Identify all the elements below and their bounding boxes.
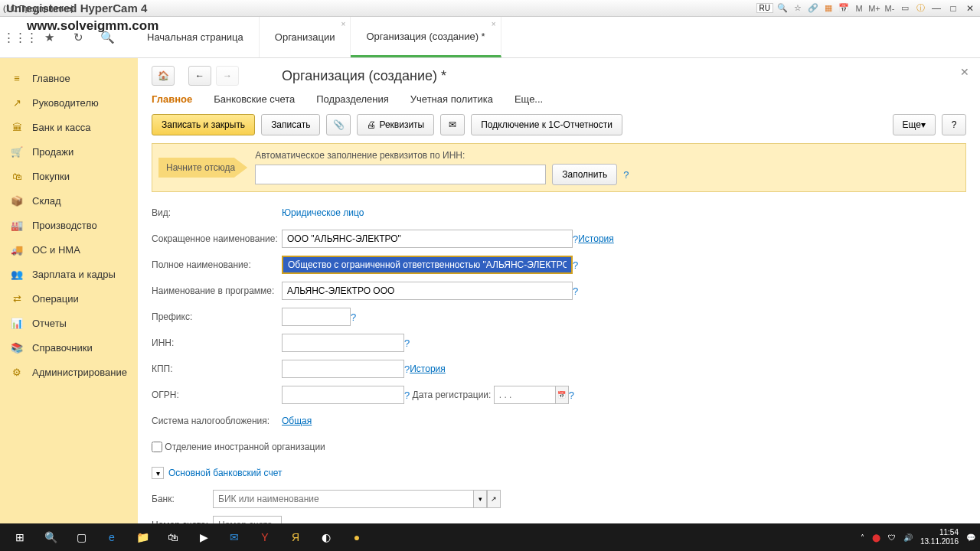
lang-badge[interactable]: RU [756, 3, 773, 13]
prefix-input[interactable] [282, 308, 351, 326]
maximize-button[interactable]: □ [946, 2, 960, 15]
store-icon[interactable]: 🛍 [158, 526, 188, 549]
sidebar-item-bank[interactable]: 🏛Банк и касса [0, 115, 138, 139]
tab-close-icon[interactable]: × [341, 20, 346, 28]
star-icon[interactable]: ☆ [792, 2, 804, 15]
forward-button[interactable]: → [216, 66, 239, 86]
sidebar-item-admin[interactable]: ⚙Администрирование [0, 360, 138, 384]
mminus-icon[interactable]: M- [884, 2, 896, 15]
minimize-button[interactable]: — [929, 2, 943, 15]
sidebar-item-reports[interactable]: 📊Отчеты [0, 311, 138, 335]
subtab-bank[interactable]: Банковские счета [214, 93, 295, 105]
calc-icon[interactable]: ▦ [822, 2, 835, 15]
tray-icon[interactable]: 🛡 [888, 533, 896, 542]
sidebar-item-operations[interactable]: ⇄Операции [0, 286, 138, 311]
tray-icon[interactable]: ˄ [861, 533, 864, 542]
tool-icon[interactable]: 🔍 [776, 2, 789, 15]
sidebar-item-manager[interactable]: ↗Руководителю [0, 90, 138, 115]
help-icon[interactable]: ? [404, 390, 410, 401]
app-icon[interactable]: ● [341, 526, 372, 549]
help-button[interactable]: ? [942, 114, 966, 135]
history-link[interactable]: История [410, 364, 446, 374]
sidebar-item-production[interactable]: 🏭Производство [0, 213, 138, 237]
subtab-policy[interactable]: Учетная политика [410, 93, 493, 105]
home-button[interactable]: 🏠 [152, 66, 175, 86]
search-taskbar-icon[interactable]: 🔍 [35, 526, 66, 549]
info-icon[interactable]: ⓘ [914, 2, 926, 15]
program-name-input[interactable] [282, 282, 573, 300]
regdate-input[interactable] [494, 386, 555, 404]
windows-icon[interactable]: ▭ [899, 2, 911, 15]
help-icon[interactable]: ? [569, 390, 574, 401]
sidebar-item-refs[interactable]: 📚Справочники [0, 335, 138, 360]
app-icon[interactable]: ◐ [311, 526, 341, 549]
kpp-input[interactable] [282, 360, 404, 378]
m-icon[interactable]: M [853, 2, 865, 15]
save-close-button[interactable]: Записать и закрыть [152, 114, 255, 135]
subtab-main[interactable]: Главное [152, 93, 192, 105]
cal-icon[interactable]: 📅 [838, 2, 850, 15]
bank-icon: 🏛 [11, 121, 23, 133]
fill-button[interactable]: Заполнить [552, 164, 617, 185]
tab-org-create[interactable]: Организация (создание) *× [351, 17, 501, 57]
tray-icon[interactable]: ⬤ [872, 533, 880, 542]
link-icon[interactable]: 🔗 [807, 2, 819, 15]
calendar-icon[interactable]: 📅 [555, 386, 569, 404]
help-icon[interactable]: ? [623, 169, 629, 181]
open-icon[interactable]: ↗ [487, 490, 501, 508]
short-name-input[interactable] [282, 230, 573, 248]
mplus-icon[interactable]: M+ [868, 2, 880, 15]
bag-icon: 🛍 [11, 170, 23, 182]
sidebar: ≡Главное ↗Руководителю 🏛Банк и касса 🛒Пр… [0, 58, 138, 548]
close-button[interactable]: ✕ [963, 2, 977, 15]
edge-icon[interactable]: e [96, 526, 127, 549]
close-page-icon[interactable]: ✕ [960, 66, 969, 78]
more-button[interactable]: Еще ▾ [893, 114, 936, 135]
sidebar-item-assets[interactable]: 🚚ОС и НМА [0, 237, 138, 262]
inn-input[interactable] [282, 334, 404, 352]
help-icon[interactable]: ? [404, 364, 410, 375]
sidebar-item-main[interactable]: ≡Главное [0, 66, 138, 90]
clock[interactable]: 11:5413.11.2016 [920, 528, 959, 546]
truck-icon: 🚚 [11, 243, 23, 256]
ogrn-input[interactable] [282, 386, 404, 404]
mail-icon[interactable]: ✉ [219, 526, 250, 549]
help-icon[interactable]: ? [573, 233, 578, 245]
full-name-input[interactable] [282, 256, 573, 274]
sidebar-item-sales[interactable]: 🛒Продажи [0, 139, 138, 164]
connect-1c-button[interactable]: Подключение к 1С-Отчетности [471, 114, 622, 135]
tax-value-link[interactable]: Общая [282, 416, 312, 426]
notifications-icon[interactable]: 💬 [966, 533, 975, 542]
tab-orgs[interactable]: Организации× [260, 17, 351, 57]
bank-input[interactable] [213, 490, 473, 508]
help-icon[interactable]: ? [404, 337, 410, 349]
subtab-dept[interactable]: Подразделения [316, 93, 389, 105]
bank-section-header[interactable]: Основной банковский счет [168, 468, 282, 478]
history-link[interactable]: История [578, 233, 614, 244]
app-icon[interactable]: Y [250, 526, 280, 549]
sidebar-item-purchases[interactable]: 🛍Покупки [0, 164, 138, 188]
subtab-more[interactable]: Еще... [514, 93, 543, 105]
start-button[interactable]: ⊞ [5, 526, 35, 549]
collapse-icon[interactable]: ▾ [152, 467, 164, 479]
foreign-checkbox[interactable] [152, 442, 162, 452]
taskview-icon[interactable]: ▢ [66, 526, 96, 549]
hint-arrow: Начните отсюда [158, 158, 247, 178]
app-icon[interactable]: Я [280, 526, 311, 549]
tray-icon[interactable]: 🔊 [903, 533, 913, 542]
sidebar-item-warehouse[interactable]: 📦Склад [0, 188, 138, 213]
media-icon[interactable]: ▶ [188, 526, 219, 549]
inn-autofill-input[interactable] [255, 165, 546, 184]
dropdown-icon[interactable]: ▾ [473, 490, 487, 508]
mail-button[interactable]: ✉ [440, 114, 465, 135]
explorer-icon[interactable]: 📁 [127, 526, 158, 549]
help-icon[interactable]: ? [351, 311, 356, 323]
back-button[interactable]: ← [188, 66, 211, 86]
sidebar-item-hr[interactable]: 👥Зарплата и кадры [0, 262, 138, 286]
help-icon[interactable]: ? [573, 259, 578, 271]
save-button[interactable]: Записать [261, 114, 320, 135]
tab-close-icon[interactable]: × [492, 20, 496, 28]
requisites-button[interactable]: 🖨Реквизиты [357, 114, 434, 135]
help-icon[interactable]: ? [573, 285, 578, 297]
attach-button[interactable]: 📎 [326, 114, 351, 135]
